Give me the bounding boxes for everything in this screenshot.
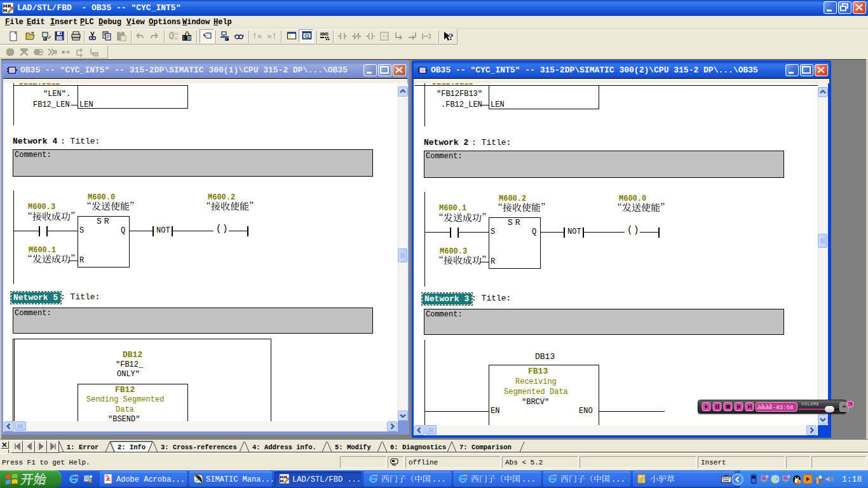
svg-text:HHO: HHO	[320, 32, 329, 37]
svg-text:!«: !«	[252, 32, 262, 41]
svg-text:»!: »!	[267, 32, 277, 41]
svg-text:?: ?	[449, 32, 453, 41]
svg-text:-03:58: -03:58	[773, 405, 793, 411]
svg-text:10: 10	[174, 36, 178, 41]
svg-text:??: ??	[382, 34, 388, 39]
svg-text:01: 01	[174, 32, 178, 36]
